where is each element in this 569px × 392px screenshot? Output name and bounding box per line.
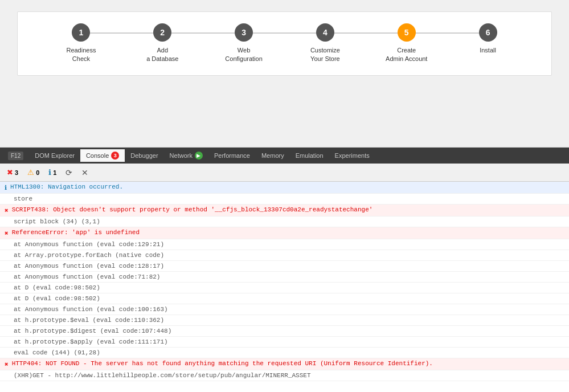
tab-experiments[interactable]: Experiments (329, 150, 375, 161)
close-icon: ✕ (81, 168, 88, 177)
console-line: eval code (144) (91,28) (0, 348, 569, 358)
tab-label-dom: DOM Explorer (35, 152, 75, 159)
console-line: at Anonymous function (eval code:128:17) (0, 261, 569, 272)
console-line: at h.prototype.$digest (eval code:107:44… (0, 326, 569, 337)
tab-network[interactable]: Network▶ (164, 149, 208, 162)
console-line: at Array.prototype.forEach (native code) (0, 250, 569, 261)
console-line-text: ReferenceError: 'app' is undefined (12, 229, 140, 236)
network-play-icon: ▶ (195, 152, 203, 160)
console-output: ℹHTML1300: Navigation occurred.store✖SCR… (0, 182, 569, 392)
step-circle-1: 1 (72, 23, 90, 42)
console-line-text: at Anonymous function (eval code:129:21) (5, 241, 164, 248)
console-line: at D (eval code:98:502) (0, 283, 569, 293)
wizard-step-6[interactable]: 6Install (447, 23, 529, 55)
tab-console[interactable]: Console3 (80, 149, 125, 162)
console-line: at h.prototype.$eval (eval code:110:362) (0, 315, 569, 326)
step-label-1: Readiness Check (66, 46, 96, 64)
console-line: ✖HTTP404: NOT FOUND - The server has not… (0, 358, 569, 370)
tab-performance[interactable]: Performance (208, 150, 256, 161)
tab-memory[interactable]: Memory (256, 150, 290, 161)
console-line: at h.prototype.$apply (eval code:111:171… (0, 337, 569, 348)
info-count: 1 (53, 169, 56, 176)
info-icon: ℹ (48, 168, 51, 177)
wizard-step-5[interactable]: 5Create Admin Account (366, 23, 447, 64)
console-line: ℹHTML1300: Navigation occurred. (0, 182, 569, 194)
console-line-text: store (5, 195, 32, 202)
error-filter-button[interactable]: ✖3 (5, 167, 21, 178)
console-line-text: at h.prototype.$digest (eval code:107:44… (5, 328, 171, 334)
step-circle-3: 3 (235, 23, 253, 42)
console-line: at Anonymous function (eval code:129:21) (0, 239, 569, 250)
f12-badge: F12 (8, 152, 23, 160)
console-line-text: at Array.prototype.forEach (native code) (5, 252, 164, 259)
tab-debugger[interactable]: Debugger (125, 150, 163, 161)
step-circle-6: 6 (479, 23, 497, 42)
step-label-3: Web Configuration (225, 46, 262, 64)
tab-label-debugger: Debugger (130, 152, 158, 159)
console-line-text: (XHR)GET - http://www.littlehillpeople.c… (5, 372, 311, 379)
tab-label-performance: Performance (214, 152, 250, 159)
info-line-icon: ℹ (5, 184, 7, 191)
console-line-text: script block (34) (3,1) (5, 218, 100, 225)
warn-count: 0 (36, 169, 39, 176)
wizard-step-4[interactable]: 4Customize Your Store (285, 23, 366, 64)
tab-badge-console: 3 (111, 152, 119, 160)
console-line-text: at h.prototype.$eval (eval code:110:362) (5, 317, 164, 324)
info-filter-button[interactable]: ℹ1 (46, 167, 59, 178)
console-line: ✖SCRIPT438: Object doesn't support prope… (0, 205, 569, 217)
wizard-step-2[interactable]: 2Add a Database (122, 23, 203, 64)
step-label-4: Customize Your Store (310, 46, 340, 64)
wizard-step-3[interactable]: 3Web Configuration (203, 23, 285, 64)
tab-label-experiments: Experiments (335, 152, 370, 159)
console-toolbar: ✖3⚠0ℹ1⟳✕ (0, 164, 569, 182)
tab-label-network: Network (170, 152, 193, 159)
console-line-text: SCRIPT438: Object doesn't support proper… (12, 206, 373, 213)
error-icon: ✖ (7, 168, 13, 177)
console-line-text: HTTP404: NOT FOUND - The server has not … (12, 360, 433, 367)
warn-filter-button[interactable]: ⚠0 (25, 167, 42, 178)
error-line-icon: ✖ (5, 361, 9, 368)
refresh-icon: ⟳ (66, 168, 72, 177)
f12-tab[interactable]: F12 (2, 149, 29, 162)
error-line-icon: ✖ (5, 207, 9, 214)
tab-label-emulation: Emulation (296, 152, 324, 159)
error-count: 3 (15, 169, 18, 176)
console-line-text: at Anonymous function (eval code:128:17) (5, 263, 164, 270)
console-line: ✖ReferenceError: 'app' is undefined (0, 227, 569, 239)
console-line-text: at D (eval code:98:502) (5, 284, 100, 291)
console-line: (XHR)GET - http://www.littlehillpeople.c… (0, 370, 569, 381)
console-line: store (0, 194, 569, 205)
console-line-text: at D (eval code:98:502) (5, 295, 100, 302)
console-line: at D (eval code:98:502) (0, 293, 569, 304)
wizard-container: 1Readiness Check2Add a Database3Web Conf… (17, 11, 552, 76)
console-line: script block (34) (3,1) (0, 217, 569, 227)
console-line: at Anonymous function (eval code:100:163… (0, 304, 569, 315)
devtools-tab-bar: F12DOM ExplorerConsole3DebuggerNetwork▶P… (0, 148, 569, 164)
console-line-text: HTML1300: Navigation occurred. (10, 183, 123, 190)
tab-emulation[interactable]: Emulation (290, 150, 329, 161)
warn-icon: ⚠ (27, 168, 34, 177)
tab-label-memory: Memory (261, 152, 284, 159)
step-label-5: Create Admin Account (386, 46, 427, 64)
refresh-button[interactable]: ⟳ (63, 167, 75, 178)
tab-dom[interactable]: DOM Explorer (29, 150, 80, 161)
console-line-text: eval code (144) (91,28) (5, 349, 100, 356)
close-console-button[interactable]: ✕ (79, 167, 91, 178)
wizard-steps: 1Readiness Check2Add a Database3Web Conf… (40, 23, 529, 64)
step-circle-2: 2 (153, 23, 171, 42)
step-circle-5: 5 (398, 23, 416, 42)
console-line-text: at h.prototype.$apply (eval code:111:171… (5, 338, 168, 345)
wizard-step-1[interactable]: 1Readiness Check (40, 23, 122, 64)
console-line: at Anonymous function (eval code:71:82) (0, 272, 569, 283)
step-circle-4: 4 (316, 23, 334, 42)
console-line-text: at Anonymous function (eval code:71:82) (5, 273, 160, 280)
step-label-2: Add a Database (146, 46, 178, 64)
tab-label-console: Console (86, 152, 109, 159)
step-label-6: Install (480, 46, 496, 55)
devtools-panel: F12DOM ExplorerConsole3DebuggerNetwork▶P… (0, 147, 569, 392)
console-line-text: at Anonymous function (eval code:100:163… (5, 306, 168, 313)
error-line-icon: ✖ (5, 230, 9, 237)
